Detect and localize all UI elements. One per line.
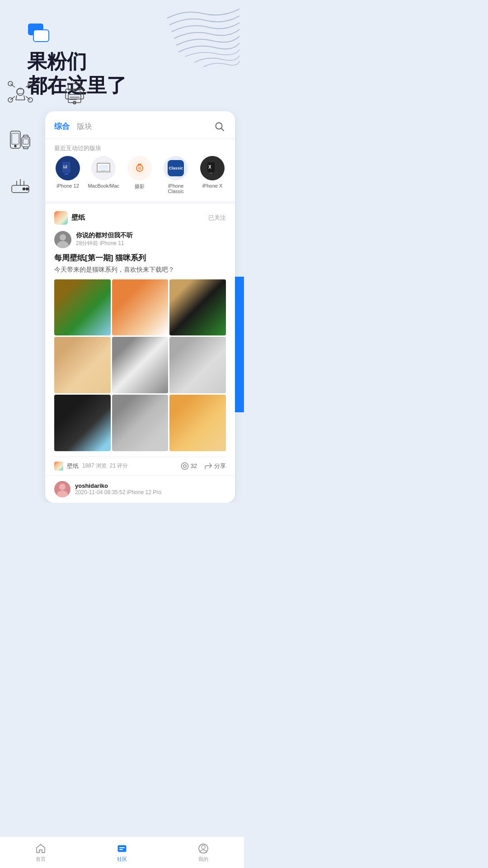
author-name: 你说的都对但我不听 (76, 231, 133, 240)
post-footer-left: 壁纸 1887 浏览 21 评分 (54, 462, 128, 471)
cat-image-8 (112, 395, 169, 451)
left-device-icons (0, 127, 36, 199)
cat-image-9 (169, 395, 226, 451)
svg-point-61 (183, 465, 186, 467)
svg-text:12: 12 (63, 165, 67, 169)
cat-image-4 (54, 337, 111, 393)
search-button[interactable] (213, 120, 226, 133)
comment-action[interactable]: 32 (181, 462, 197, 470)
main-card: 综合 版块 最近互动过的版块 12 iPhone 12 (45, 111, 235, 503)
section-name[interactable]: 壁纸 (71, 213, 85, 222)
comment-info: yoshidariko 2020-11-04 08:35:52 iPhone 1… (75, 482, 161, 495)
forum-label-iphonex: iPhone X (202, 183, 223, 189)
svg-rect-48 (101, 170, 106, 171)
forum-icon-macbook (91, 156, 116, 180)
drone-icon (5, 77, 36, 108)
forum-icon-iphone12: 12 (56, 156, 80, 180)
svg-point-60 (181, 462, 188, 469)
router-icon (5, 170, 36, 199)
commenter-name: yoshidariko (75, 482, 161, 489)
svg-point-24 (14, 145, 16, 147)
printer-icon (59, 77, 90, 108)
post-author-row: 你说的都对但我不听 28分钟前 iPhone 11 (54, 231, 226, 248)
svg-rect-14 (17, 89, 23, 94)
footer-section-name: 壁纸 (67, 462, 79, 470)
forum-item-iphone-x[interactable]: X iPhone X (199, 156, 226, 194)
cat-image-3 (169, 279, 226, 336)
svg-line-40 (221, 128, 224, 131)
svg-line-12 (24, 95, 25, 100)
cat-image-1 (54, 279, 111, 336)
cat-image-6 (169, 337, 226, 393)
tabs-row: 综合 版块 (45, 120, 235, 139)
svg-text:X: X (208, 165, 211, 170)
post-desc: 今天带来的是猫咪系列，喜欢快来下载吧？ (54, 266, 226, 274)
phone-watch-icon (5, 127, 36, 156)
comment-avatar (54, 481, 70, 497)
top-device-icons (0, 77, 90, 108)
svg-rect-26 (23, 139, 28, 144)
image-grid (54, 279, 226, 451)
author-info: 你说的都对但我不听 28分钟前 iPhone 11 (76, 231, 133, 247)
comment-meta: 2020-11-04 08:35:52 iPhone 12 Pro (75, 489, 161, 495)
post-footer-right: 32 分享 (181, 462, 226, 470)
forum-label-classic: iPhone Classic (160, 183, 192, 194)
svg-rect-47 (96, 171, 111, 173)
svg-rect-52 (138, 164, 141, 165)
forum-icon-photo (127, 156, 152, 180)
share-action[interactable]: 分享 (204, 462, 226, 470)
svg-rect-46 (99, 165, 108, 170)
svg-rect-23 (12, 133, 19, 144)
comment-preview: yoshidariko 2020-11-04 08:35:52 iPhone 1… (45, 475, 235, 503)
svg-point-63 (59, 484, 66, 490)
forum-label-photo: 摄影 (135, 183, 145, 190)
forum-item-photo[interactable]: 摄影 (126, 156, 153, 194)
post-section: 壁纸 已关注 你说的都对但我不听 28分钟前 iPhone 11 每周壁纸[第一… (45, 201, 235, 475)
tabs-container: 综合 版块 (54, 121, 92, 132)
forum-label-macbook: MacBook/Mac (88, 183, 119, 189)
svg-point-21 (73, 101, 76, 104)
svg-point-34 (26, 188, 28, 190)
section-header: 壁纸 已关注 (54, 211, 226, 225)
post-footer: 壁纸 1887 浏览 21 评分 32 (54, 457, 226, 475)
svg-point-35 (23, 188, 25, 190)
forum-item-macbook[interactable]: MacBook/Mac (89, 156, 119, 194)
svg-point-58 (60, 234, 66, 241)
author-avatar (54, 231, 71, 248)
forum-item-iphone12[interactable]: 12 iPhone 12 (54, 156, 81, 194)
tab-版块[interactable]: 版块 (77, 121, 92, 132)
post-title: 每周壁纸[第一期] 猫咪系列 (54, 253, 226, 263)
forum-item-iphone-classic[interactable]: Classic iPhone Classic (160, 156, 192, 194)
forum-list: 12 iPhone 12 MacBook/Mac (45, 156, 235, 201)
svg-rect-56 (210, 173, 212, 174)
app-logo (27, 23, 54, 44)
tab-综合[interactable]: 综合 (54, 121, 70, 132)
footer-section-icon (54, 462, 63, 471)
cat-image-2 (112, 279, 169, 336)
svg-line-11 (16, 95, 17, 100)
recent-label: 最近互动过的版块 (45, 139, 235, 156)
forum-icon-iphonex: X (200, 156, 225, 180)
svg-rect-1 (33, 30, 49, 42)
author-meta: 28分钟前 iPhone 11 (76, 240, 133, 247)
post-stats: 1887 浏览 21 评分 (82, 462, 128, 470)
follow-button[interactable]: 已关注 (208, 214, 226, 222)
cat-image-7 (54, 395, 111, 451)
svg-point-18 (80, 92, 81, 94)
svg-rect-44 (65, 174, 68, 175)
forum-label-iphone12: iPhone 12 (56, 183, 79, 189)
forum-icon-classic: Classic (164, 156, 188, 180)
svg-point-51 (138, 166, 141, 170)
cat-image-5 (112, 337, 169, 393)
section-avatar (54, 211, 68, 225)
section-title-row: 壁纸 (54, 211, 85, 225)
